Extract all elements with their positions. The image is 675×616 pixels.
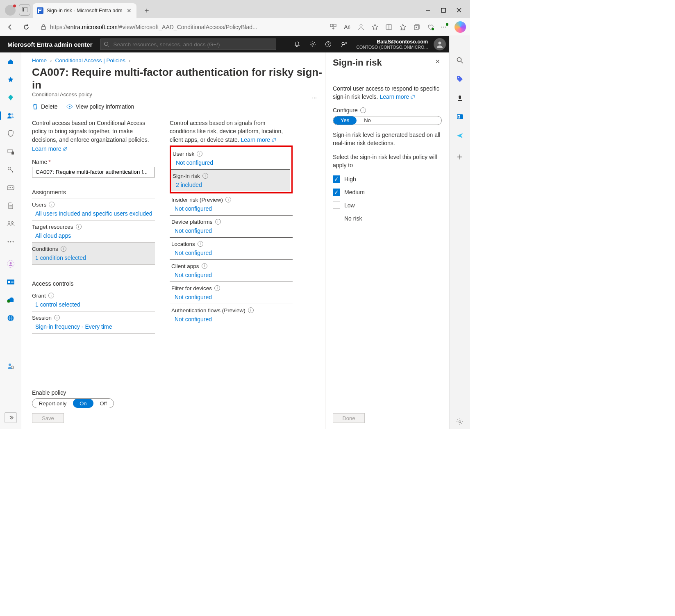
nav-globe-icon[interactable] [6,313,16,323]
rr-chess-icon[interactable] [455,93,464,102]
feedback-icon[interactable] [340,40,348,48]
info-icon[interactable]: i [49,202,55,207]
portal-search[interactable] [100,39,276,50]
condition-user-risk[interactable]: User riski Not configured [171,148,290,170]
tab-close-icon[interactable]: ✕ [126,7,132,14]
window-maximize-icon[interactable] [441,7,446,13]
more-icon[interactable] [441,23,449,31]
configure-toggle[interactable]: Yes No [333,116,442,125]
rr-settings-icon[interactable] [455,420,464,429]
info-icon[interactable]: i [76,224,82,230]
checkbox-icon[interactable] [333,202,340,209]
window-close-icon[interactable] [456,7,462,13]
info-icon[interactable]: i [202,173,208,179]
checkbox-icon[interactable] [333,215,340,222]
favorite-star-icon[interactable] [371,23,379,31]
delete-button[interactable]: Delete [32,103,57,110]
account-info[interactable]: BalaS@contoso.com CONTOSO (CONTOSO.ONMIC… [354,39,430,50]
nav-doc-icon[interactable] [6,201,16,211]
site-lock-icon[interactable] [40,24,47,30]
info-icon[interactable]: i [360,107,366,113]
address-bar[interactable]: https://entra.microsoft.com/#view/Micros… [37,20,324,34]
window-minimize-icon[interactable] [425,7,431,13]
nav-ellipsis-icon[interactable] [6,237,16,247]
collections-icon[interactable] [413,23,421,31]
rr-outlook-icon[interactable] [455,112,464,121]
condition-insider-risk[interactable]: Insider risk (Preview)i Not configured [170,193,293,216]
assignment-target[interactable]: Target resourcesi All cloud apps [32,220,155,243]
checkbox-icon[interactable]: ✓ [333,175,340,183]
nav-diamond-icon[interactable] [6,93,16,102]
risk-none[interactable]: No risk [333,215,442,222]
condition-locations[interactable]: Locationsi Not configured [170,238,293,260]
info-icon[interactable]: i [225,197,231,202]
nav-favorites-icon[interactable] [6,75,16,84]
control-grant[interactable]: Granti 1 control selected [32,289,155,311]
rr-search-icon[interactable] [455,56,464,65]
notifications-icon[interactable] [293,40,301,48]
nav-device-lock-icon[interactable] [6,147,16,157]
checkbox-icon[interactable]: ✓ [333,189,340,196]
nav-home-icon[interactable] [6,57,16,66]
read-aloud-icon[interactable]: A)) [343,23,351,31]
new-tab-button[interactable]: ＋ [141,4,153,16]
nav-expand-button[interactable] [5,412,17,423]
more-actions-icon[interactable]: ··· [312,94,325,101]
browser-tab[interactable]: Sign-in risk - Microsoft Entra adm ✕ [33,3,136,18]
info-icon[interactable]: i [248,307,254,313]
copilot-icon[interactable] [455,21,466,33]
assignment-users[interactable]: Usersi All users included and specific u… [32,198,155,220]
assignment-conditions[interactable]: Conditionsi 1 condition selected [32,243,155,265]
nav-key-icon[interactable] [6,165,16,175]
info-icon[interactable]: i [198,241,203,247]
info-icon[interactable]: i [197,151,202,157]
nav-shield-icon[interactable] [6,129,16,139]
info-icon[interactable]: i [202,263,207,269]
nav-users-icon[interactable] [6,111,16,120]
view-info-button[interactable]: View policy information [66,103,134,110]
tab-actions[interactable] [19,4,30,16]
flyout-learn-more[interactable]: Learn more [380,93,415,100]
done-button[interactable]: Done [333,413,365,423]
info-icon[interactable]: i [215,219,221,225]
risk-low[interactable]: Low [333,202,442,209]
info-icon[interactable]: i [48,293,54,298]
nav-circle-user-icon[interactable] [6,259,16,269]
nav-group-icon[interactable] [6,219,16,229]
rr-tag-icon[interactable] [455,75,464,84]
search-input[interactable] [113,41,273,48]
settings-gear-icon[interactable] [309,40,317,48]
condition-device-platforms[interactable]: Device platformsi Not configured [170,216,293,238]
control-session[interactable]: Sessioni Sign-in frequency - Every time [32,311,155,334]
info-icon[interactable]: i [61,246,66,252]
rr-plus-icon[interactable] [455,152,464,161]
account-icon[interactable] [357,23,365,31]
condition-client-apps[interactable]: Client appsi Not configured [170,260,293,282]
info-icon[interactable]: i [214,285,220,291]
browser-back-icon[interactable] [4,21,16,33]
learn-more-link[interactable]: Learn more [32,145,68,152]
crumb-ca[interactable]: Conditional Access | Policies [55,57,126,64]
condition-signin-risk[interactable]: Sign-in riski 2 included [171,170,290,191]
help-icon[interactable] [324,40,332,48]
rr-send-icon[interactable] [455,131,464,140]
nav-person-search-icon[interactable] [6,361,16,371]
policy-name-input[interactable] [32,167,155,177]
portal-brand[interactable]: Microsoft Entra admin center [0,41,100,48]
favorites-list-icon[interactable] [399,23,407,31]
crumb-home[interactable]: Home [32,57,47,64]
risk-high[interactable]: ✓High [333,175,442,183]
split-screen-icon[interactable] [385,23,393,31]
browser-profile[interactable] [5,5,16,16]
enable-policy-toggle[interactable]: Report-only On Off [32,398,114,408]
condition-filter-devices[interactable]: Filter for devicesi Not configured [170,282,293,304]
browser-refresh-icon[interactable] [20,21,32,33]
avatar[interactable] [434,38,446,50]
health-icon[interactable] [427,23,435,31]
nav-card-icon[interactable] [6,277,16,287]
risk-medium[interactable]: ✓Medium [333,189,442,196]
info-icon[interactable]: i [54,315,60,321]
save-button[interactable]: Save [32,413,64,423]
nav-cloud-icon[interactable] [6,295,16,305]
nav-app-icon[interactable] [6,183,16,193]
